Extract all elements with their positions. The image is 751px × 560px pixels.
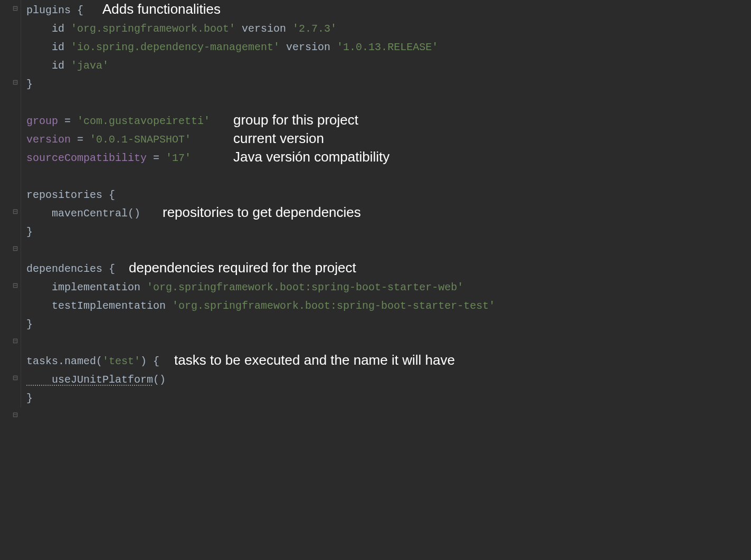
token-id: id	[26, 41, 71, 53]
token-string: 'java'	[71, 60, 109, 72]
token-string: 'org.springframework.boot:spring-boot-st…	[172, 300, 495, 312]
code-line[interactable]: }	[26, 223, 751, 241]
code-line[interactable]: }	[26, 75, 751, 93]
code-line[interactable]: }	[26, 389, 751, 407]
token-brace: {	[102, 189, 115, 201]
token-string: 'org.springframework.boot:spring-boot-st…	[147, 281, 463, 293]
fold-close-icon[interactable]: ⊟	[13, 242, 18, 257]
code-line[interactable]: plugins { Adds functionalities	[26, 1, 751, 20]
fold-open-icon[interactable]: ⊟	[13, 205, 18, 220]
fold-open-icon[interactable]: ⊟	[13, 2, 18, 16]
token-string: '0.0.1-SNAPSHOT'	[90, 134, 191, 146]
code-area[interactable]: plugins { Adds functionalities id 'org.s…	[21, 1, 751, 407]
token-brace: {	[71, 4, 83, 16]
annotation-text: repositories to get dependencies	[163, 203, 361, 222]
token-id: version	[286, 41, 337, 53]
code-line[interactable]: id 'org.springframework.boot' version '2…	[26, 20, 751, 38]
token-method: named	[64, 355, 96, 367]
code-line[interactable]	[26, 241, 751, 260]
token-operator: =	[64, 115, 77, 127]
token-string: 'test'	[102, 355, 140, 367]
token-id: testImplementation	[26, 300, 172, 312]
token-string: 'com.gustavopeiretti'	[77, 115, 210, 127]
annotation-text: tasks to be executed and the name it wil…	[174, 351, 455, 369]
token-brace: }	[26, 318, 33, 330]
code-line[interactable]: implementation 'org.springframework.boot…	[26, 278, 751, 297]
token-paren: (	[96, 355, 102, 367]
code-line[interactable]: repositories {	[26, 186, 751, 204]
token-brace: {	[153, 355, 159, 367]
code-line[interactable]: version = '0.0.1-SNAPSHOT' current versi…	[26, 130, 751, 149]
token-brace: }	[26, 226, 33, 238]
token-keyword: plugins	[26, 4, 71, 16]
annotation-text: Adds functionalities	[102, 0, 221, 18]
code-line[interactable]: tasks.named('test') { tasks to be execut…	[26, 352, 751, 371]
code-line[interactable]: sourceCompatibility = '17' Java versión …	[26, 149, 751, 167]
token-string: 'io.spring.dependency-management'	[71, 41, 286, 53]
token-id: version	[242, 23, 292, 35]
token-punct: .	[58, 355, 64, 367]
code-line[interactable]: testImplementation 'org.springframework.…	[26, 297, 751, 315]
annotation-text: group for this project	[233, 111, 358, 129]
token-id: id	[26, 23, 71, 35]
code-line[interactable]: mavenCentral() repositories to get depen…	[26, 204, 751, 223]
token-id: implementation	[26, 281, 147, 293]
token-string: 'org.springframework.boot'	[71, 23, 242, 35]
annotation-text: dependencies required for the project	[129, 259, 356, 277]
code-line[interactable]	[26, 167, 751, 186]
code-line[interactable]: dependencies { dependencies required for…	[26, 260, 751, 278]
token-method: useJUnitPlatform	[26, 374, 153, 386]
token-paren: )	[140, 355, 153, 367]
token-brace: }	[26, 78, 33, 90]
fold-close-icon[interactable]: ⊟	[13, 75, 18, 90]
fold-close-icon[interactable]: ⊟	[13, 334, 18, 349]
token-id: tasks	[26, 355, 58, 367]
annotation-text: Java versión compatibility	[233, 148, 389, 166]
token-brace: {	[102, 263, 115, 275]
token-string: '17'	[166, 152, 191, 164]
token-paren: ()	[153, 374, 166, 386]
token-string: '1.0.13.RELEASE'	[337, 41, 438, 53]
token-variable: sourceCompatibility	[26, 152, 153, 164]
code-line[interactable]: id 'io.spring.dependency-management' ver…	[26, 38, 751, 56]
fold-open-icon[interactable]: ⊟	[13, 279, 18, 293]
token-id: mavenCentral()	[26, 207, 140, 220]
fold-close-icon[interactable]: ⊟	[13, 408, 18, 423]
token-brace: }	[26, 392, 33, 404]
token-keyword: dependencies	[26, 263, 102, 275]
fold-open-icon[interactable]: ⊟	[13, 371, 18, 386]
token-keyword: repositories	[26, 189, 102, 201]
code-line[interactable]: id 'java'	[26, 56, 751, 75]
code-editor[interactable]: ⊟ ⊟ ⊟ ⊟ ⊟ ⊟ ⊟ ⊟ plugins { Adds functiona…	[0, 0, 751, 407]
token-variable: version	[26, 134, 77, 146]
token-operator: =	[153, 152, 166, 164]
token-string: '2.7.3'	[292, 23, 337, 35]
code-line[interactable]: group = 'com.gustavopeiretti' group for …	[26, 112, 751, 130]
gutter: ⊟ ⊟ ⊟ ⊟ ⊟ ⊟ ⊟ ⊟	[0, 0, 21, 407]
code-line[interactable]	[26, 93, 751, 112]
code-line[interactable]	[26, 334, 751, 352]
annotation-text: current version	[233, 129, 324, 148]
code-line[interactable]: }	[26, 315, 751, 334]
token-id: id	[26, 60, 71, 72]
token-variable: group	[26, 115, 64, 127]
code-line[interactable]: useJUnitPlatform()	[26, 371, 751, 389]
token-operator: =	[77, 134, 90, 146]
